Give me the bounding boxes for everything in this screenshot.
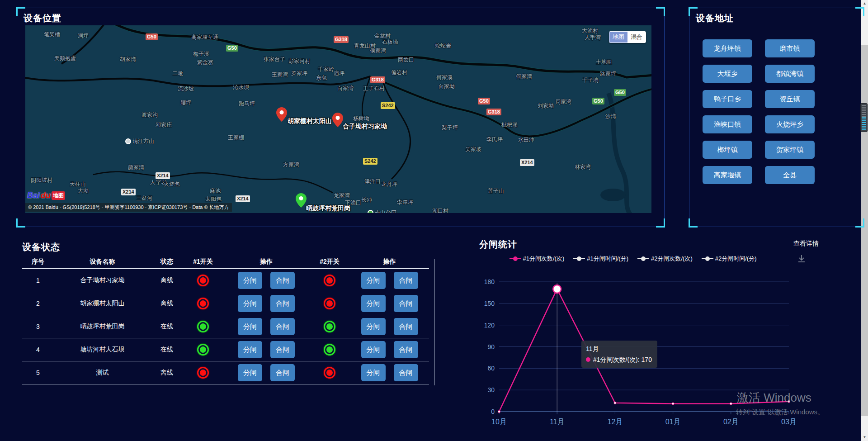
open-switch-button[interactable]: 分闸 [361, 364, 386, 381]
device-name-cell: 塘坊河村大石坝 [54, 346, 151, 354]
map-place-label: 侯家湾 [370, 47, 386, 55]
map-place-label: 方家湾 [283, 161, 299, 169]
switch2-operation-cell[interactable]: 分闸合闸 [350, 318, 429, 335]
switch1-operation-cell[interactable]: 分闸合闸 [223, 341, 309, 358]
switch2-indicator-cell [309, 298, 350, 309]
road-shield-badge: G50 [592, 98, 604, 104]
open-switch-button[interactable]: 分闸 [361, 318, 386, 335]
close-switch-button[interactable]: 合闸 [394, 318, 418, 335]
road-shield-badge: G50 [614, 89, 626, 96]
table-row: 1合子坳村习家坳离线分闸合闸分闸合闸 [22, 269, 429, 292]
address-button[interactable]: 大堰乡 [703, 65, 752, 83]
close-switch-button[interactable]: 合闸 [270, 364, 295, 381]
close-switch-button[interactable]: 合闸 [270, 272, 295, 289]
switch2-operation-cell[interactable]: 分闸合闸 [350, 341, 429, 358]
switch1-operation-cell[interactable]: 分闸合闸 [223, 318, 309, 335]
address-button[interactable]: 高家堰镇 [703, 166, 752, 184]
address-button[interactable]: 资丘镇 [765, 90, 815, 108]
switch1-indicator-red [197, 367, 209, 379]
row-index-cell: 4 [22, 346, 54, 353]
download-icon[interactable] [797, 254, 806, 265]
switch2-indicator-cell [309, 344, 350, 356]
map-place-label: 沙湾 [605, 113, 616, 120]
map-place-label: 土地咀 [596, 58, 612, 66]
device-name-cell: 胡家棚村太阳山 [54, 299, 151, 308]
view-details-link[interactable]: 查看详情 [793, 240, 819, 248]
close-switch-button[interactable]: 合闸 [270, 295, 295, 312]
close-switch-button[interactable]: 合闸 [394, 295, 418, 312]
map-place-label: 天鹅抱蛋 [54, 55, 76, 62]
corner-decoration [855, 218, 864, 228]
page-title-device-status: 设备状态 [22, 241, 60, 253]
scrollbar-thumb[interactable] [861, 45, 868, 416]
map-place-label: 大渔村 [582, 27, 598, 35]
legend-item[interactable]: #1分闸时间/(分) [573, 255, 628, 263]
address-button[interactable]: 鸭子口乡 [703, 90, 752, 108]
map-type-control[interactable]: 地图 混合 [609, 31, 646, 43]
switch1-operation-cell[interactable]: 分闸合闸 [223, 272, 309, 289]
map-place-label: 渡家沟 [142, 111, 158, 119]
svg-text:02月: 02月 [723, 418, 739, 426]
svg-text:30: 30 [487, 386, 495, 394]
switch2-operation-cell[interactable]: 分闸合闸 [350, 364, 429, 381]
switch1-operation-cell[interactable]: 分闸合闸 [223, 295, 309, 312]
switch1-operation-cell[interactable]: 分闸合闸 [223, 364, 309, 381]
open-switch-button[interactable]: 分闸 [238, 364, 262, 381]
address-button[interactable]: 火烧坪乡 [765, 115, 815, 133]
svg-text:12月: 12月 [608, 418, 623, 426]
open-switch-button[interactable]: 分闸 [238, 318, 262, 335]
switch1-indicator-red [197, 275, 209, 286]
map-place-label: 梅子溪 [193, 50, 209, 58]
corner-decoration [656, 7, 665, 16]
close-switch-button[interactable]: 合闸 [270, 341, 295, 358]
scrollbar-down-arrow[interactable]: ▼ [861, 434, 868, 441]
corner-decoration [656, 218, 665, 228]
svg-text:10月: 10月 [491, 418, 507, 426]
switch1-indicator-cell [183, 367, 223, 379]
close-switch-button[interactable]: 合闸 [394, 341, 418, 358]
device-pin-red[interactable] [276, 107, 287, 122]
map-place-label: 水田冲 [518, 136, 534, 144]
open-switch-button[interactable]: 分闸 [238, 341, 262, 358]
open-switch-button[interactable]: 分闸 [361, 272, 386, 289]
scrollbar-up-arrow[interactable]: ▲ [861, 0, 868, 7]
open-switch-button[interactable]: 分闸 [361, 341, 386, 358]
close-switch-button[interactable]: 合闸 [394, 364, 418, 381]
close-switch-button[interactable]: 合闸 [270, 318, 295, 335]
open-switch-button[interactable]: 分闸 [238, 272, 262, 289]
poi-icon [368, 210, 373, 213]
legend-item[interactable]: #2分闸次数/(次) [637, 255, 693, 263]
address-button[interactable]: 龙舟坪镇 [703, 39, 752, 57]
switch2-operation-cell[interactable]: 分闸合闸 [350, 272, 429, 289]
legend-item[interactable]: #2分闸时间/(分) [702, 255, 757, 263]
device-name-cell: 合子坳村习家坳 [54, 276, 151, 285]
map-type-map-button[interactable]: 地图 [609, 32, 627, 43]
device-pin-red[interactable] [332, 113, 343, 127]
address-button[interactable]: 贺家坪镇 [765, 141, 815, 159]
map-type-hybrid-button[interactable]: 混合 [627, 32, 646, 43]
corner-decoration [855, 7, 864, 16]
device-status-cell: 离线 [151, 369, 183, 377]
switch2-operation-cell[interactable]: 分闸合闸 [350, 295, 429, 312]
legend-item[interactable]: #1分闸次数/(次) [509, 255, 565, 263]
baidu-map[interactable]: 笔架槽洞坪天鹅抱蛋胡家湾高家堰互通梅子溪紫金寨二墩流沙坡沁水坝腰坪跑马坪渡家沟邓… [25, 25, 651, 213]
switch2-indicator-green [324, 321, 335, 332]
map-place-label: 王家湾 [272, 71, 288, 79]
road-shield-badge: G318 [486, 109, 501, 115]
address-button[interactable]: 渔峡口镇 [703, 115, 752, 133]
address-button[interactable]: 磨市镇 [765, 39, 815, 57]
address-button[interactable]: 全县 [765, 166, 815, 184]
device-pin-green[interactable] [296, 193, 307, 208]
address-button-grid: 龙舟坪镇磨市镇大堰乡都镇湾镇鸭子口乡资丘镇渔峡口镇火烧坪乡榔坪镇贺家坪镇高家堰镇… [703, 39, 815, 184]
chart-legend: #1分闸次数/(次)#1分闸时间/(分)#2分闸次数/(次)#2分闸时间/(分) [470, 255, 796, 263]
close-switch-button[interactable]: 合闸 [394, 272, 418, 289]
open-switch-button[interactable]: 分闸 [361, 295, 386, 312]
address-button[interactable]: 都镇湾镇 [765, 65, 815, 83]
open-switch-button[interactable]: 分闸 [238, 295, 262, 312]
switch2-indicator-cell [309, 321, 350, 332]
address-button[interactable]: 榔坪镇 [703, 141, 752, 159]
switch1-indicator-cell [183, 321, 223, 332]
map-place-label: 王家棚 [228, 134, 244, 142]
switch1-indicator-cell [183, 298, 223, 309]
road-shield-badge: G50 [226, 45, 238, 52]
